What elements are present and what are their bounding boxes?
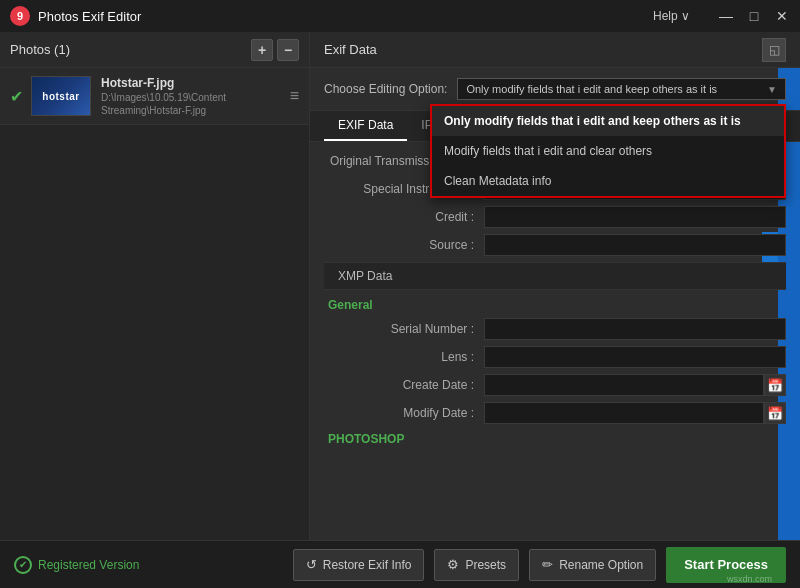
right-panel: Exif Data ◱ Choose Editing Option: Only … <box>310 32 800 540</box>
help-button[interactable]: Help ∨ <box>653 9 690 23</box>
editing-option-label: Choose Editing Option: <box>324 82 447 96</box>
photo-menu-icon[interactable]: ≡ <box>290 87 299 105</box>
presets-icon: ⚙ <box>447 557 459 572</box>
presets-label: Presets <box>465 558 506 572</box>
photo-thumbnail: hotstar <box>31 76 91 116</box>
create-date-row: Create Date : 📅 <box>324 374 786 396</box>
editing-option-row: Choose Editing Option: Only modify field… <box>310 68 800 111</box>
lens-input[interactable] <box>484 346 786 368</box>
source-label: Source : <box>324 238 484 252</box>
hotstar-logo-text: hotstar <box>42 91 79 102</box>
modify-date-label: Modify Date : <box>324 406 484 420</box>
bottom-bar: ✔ Registered Version ↺ Restore Exif Info… <box>0 540 800 588</box>
registered-badge: ✔ Registered Version <box>14 556 139 574</box>
create-date-label: Create Date : <box>324 378 484 392</box>
form-area: Original Transmission Ref : Special Inst… <box>310 142 800 540</box>
photos-panel-title: Photos (1) <box>10 42 70 57</box>
restore-label: Restore Exif Info <box>323 558 412 572</box>
modify-date-row: Modify Date : 📅 <box>324 402 786 424</box>
photos-panel-header: Photos (1) + − <box>0 32 309 68</box>
dropdown-item-2[interactable]: Modify fields that i edit and clear othe… <box>432 136 784 166</box>
select-arrow-icon: ▼ <box>767 84 777 95</box>
maximize-button[interactable]: □ <box>746 8 762 24</box>
photo-path: D:\Images\10.05.19\Content <box>101 92 290 103</box>
exif-data-title: Exif Data <box>324 42 377 57</box>
restore-icon: ↺ <box>306 557 317 572</box>
editing-option-dropdown[interactable]: Only modify fields that i edit and keep … <box>430 104 786 198</box>
app-title: Photos Exif Editor <box>38 9 653 24</box>
tab-exif-data[interactable]: EXIF Data <box>324 111 407 141</box>
modify-date-field: 📅 <box>484 402 786 424</box>
create-date-calendar-icon[interactable]: 📅 <box>764 374 786 396</box>
remove-photo-button[interactable]: − <box>277 39 299 61</box>
source-input[interactable] <box>484 234 786 256</box>
main-layout: Photos (1) + − ✔ hotstar Hotstar-F.jpg D… <box>0 32 800 540</box>
lens-label: Lens : <box>324 350 484 364</box>
app-logo: 9 <box>10 6 30 26</box>
credit-label: Credit : <box>324 210 484 224</box>
create-date-input[interactable] <box>484 374 764 396</box>
modify-date-input[interactable] <box>484 402 764 424</box>
editing-option-select[interactable]: Only modify fields that i edit and keep … <box>457 78 786 100</box>
watermark: wsxdn.com <box>727 574 772 584</box>
rename-label: Rename Option <box>559 558 643 572</box>
lens-row: Lens : <box>324 346 786 368</box>
serial-number-row: Serial Number : <box>324 318 786 340</box>
serial-number-input[interactable] <box>484 318 786 340</box>
photo-path2: Streaming\Hotstar-F.jpg <box>101 105 290 116</box>
create-date-field: 📅 <box>484 374 786 396</box>
registered-icon: ✔ <box>14 556 32 574</box>
serial-number-label: Serial Number : <box>324 322 484 336</box>
photo-info: Hotstar-F.jpg D:\Images\10.05.19\Content… <box>101 76 290 116</box>
photo-name: Hotstar-F.jpg <box>101 76 290 90</box>
xmp-section-header: XMP Data <box>324 262 786 290</box>
modify-date-calendar-icon[interactable]: 📅 <box>764 402 786 424</box>
titlebar: 9 Photos Exif Editor Help ∨ — □ ✕ <box>0 0 800 32</box>
restore-exif-button[interactable]: ↺ Restore Exif Info <box>293 549 425 581</box>
photo-item[interactable]: ✔ hotstar Hotstar-F.jpg D:\Images\10.05.… <box>0 68 309 125</box>
add-photo-button[interactable]: + <box>251 39 273 61</box>
photo-thumb-inner: hotstar <box>32 77 90 115</box>
left-panel: Photos (1) + − ✔ hotstar Hotstar-F.jpg D… <box>0 32 310 540</box>
dropdown-item-3[interactable]: Clean Metadata info <box>432 166 784 196</box>
rename-option-button[interactable]: ✏ Rename Option <box>529 549 656 581</box>
right-corner-button[interactable]: ◱ <box>762 38 786 62</box>
titlebar-controls: Help ∨ — □ ✕ <box>653 8 790 24</box>
source-row: Source : <box>324 234 786 256</box>
general-section-title: General <box>324 298 786 312</box>
rename-icon: ✏ <box>542 557 553 572</box>
editing-option-value: Only modify fields that i edit and keep … <box>466 83 717 95</box>
credit-input[interactable] <box>484 206 786 228</box>
credit-row: Credit : <box>324 206 786 228</box>
photo-check-icon: ✔ <box>10 87 23 106</box>
xmp-section-title: XMP Data <box>338 269 392 283</box>
registered-label: Registered Version <box>38 558 139 572</box>
minimize-button[interactable]: — <box>718 8 734 24</box>
close-button[interactable]: ✕ <box>774 8 790 24</box>
dropdown-item-1[interactable]: Only modify fields that i edit and keep … <box>432 106 784 136</box>
photos-header-buttons: + − <box>251 39 299 61</box>
presets-button[interactable]: ⚙ Presets <box>434 549 519 581</box>
photoshop-section-title: PHOTOSHOP <box>324 432 786 446</box>
right-panel-header: Exif Data ◱ <box>310 32 800 68</box>
